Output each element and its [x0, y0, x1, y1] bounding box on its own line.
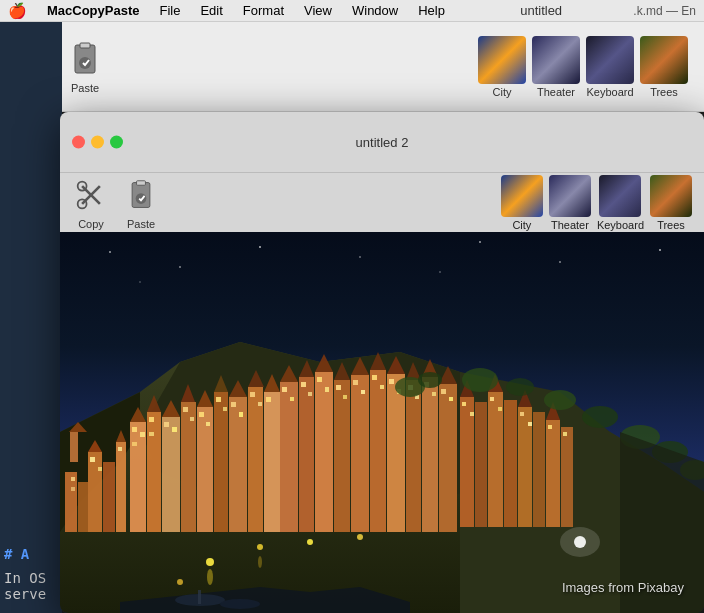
fg-thumb-theater[interactable]: Theater: [549, 175, 591, 231]
svg-point-21: [659, 249, 661, 251]
svg-point-144: [220, 599, 260, 609]
svg-rect-94: [282, 387, 287, 392]
svg-rect-76: [315, 372, 333, 532]
svg-rect-100: [336, 385, 341, 390]
left-code-panel: # A In OS serve: [0, 22, 62, 613]
svg-rect-57: [132, 442, 137, 446]
left-code-text: # A In OS serve: [0, 542, 62, 606]
svg-point-148: [462, 368, 498, 392]
fg-trees-image: [650, 175, 692, 217]
fg-window: untitled 2 Copy: [60, 112, 704, 613]
maximize-button[interactable]: [110, 136, 123, 149]
bg-keyboard-label: Keyboard: [586, 86, 633, 98]
svg-rect-67: [216, 397, 221, 402]
menubar-edit[interactable]: Edit: [196, 3, 226, 18]
menubar-right: .k.md — En: [633, 4, 696, 18]
minimize-button[interactable]: [91, 136, 104, 149]
window-controls: [72, 136, 123, 149]
menubar-app-name[interactable]: MacCopyPaste: [43, 3, 143, 18]
fg-paste-button[interactable]: Paste: [122, 176, 160, 230]
svg-point-140: [258, 556, 262, 568]
fg-trees-label: Trees: [657, 219, 685, 231]
svg-rect-121: [561, 427, 573, 527]
image-credit: Images from Pixabay: [562, 580, 684, 595]
menubar-window[interactable]: Window: [348, 3, 402, 18]
apple-menu[interactable]: 🍎: [8, 2, 27, 20]
svg-rect-119: [533, 412, 545, 527]
svg-point-134: [206, 558, 214, 566]
fg-city-label: City: [512, 219, 531, 231]
bg-keyboard-image: [586, 36, 634, 84]
svg-point-149: [506, 378, 534, 396]
menubar-format[interactable]: Format: [239, 3, 288, 18]
svg-rect-126: [462, 402, 466, 406]
svg-rect-101: [343, 395, 347, 399]
fg-thumb-trees[interactable]: Trees: [650, 175, 692, 231]
bg-thumb-theater[interactable]: Theater: [532, 36, 580, 98]
close-button[interactable]: [72, 136, 85, 149]
svg-point-22: [139, 281, 141, 283]
menubar-view[interactable]: View: [300, 3, 336, 18]
bg-paste-button[interactable]: Paste: [66, 40, 104, 94]
fg-thumb-keyboard[interactable]: Keyboard: [597, 175, 644, 231]
svg-rect-29: [71, 487, 75, 491]
svg-rect-98: [317, 377, 322, 382]
svg-point-137: [177, 579, 183, 585]
svg-rect-46: [264, 392, 280, 532]
svg-rect-60: [149, 432, 154, 436]
svg-rect-145: [198, 590, 201, 604]
svg-rect-38: [130, 422, 146, 532]
bg-trees-label: Trees: [650, 86, 678, 98]
svg-rect-133: [563, 432, 567, 436]
svg-rect-83: [439, 384, 457, 532]
svg-point-6: [79, 57, 91, 69]
svg-rect-65: [199, 412, 204, 417]
svg-rect-79: [370, 370, 386, 532]
fg-copy-button[interactable]: Copy: [72, 176, 110, 230]
svg-point-138: [357, 534, 363, 540]
bg-city-image: [478, 36, 526, 84]
svg-rect-104: [372, 375, 377, 380]
svg-rect-130: [520, 412, 524, 416]
svg-rect-97: [308, 392, 312, 396]
bg-thumb-trees[interactable]: Trees: [640, 36, 688, 98]
svg-point-135: [257, 544, 263, 550]
svg-rect-103: [361, 390, 365, 394]
fg-paste-label: Paste: [127, 218, 155, 230]
paste-icon: [66, 40, 104, 78]
svg-rect-66: [206, 422, 210, 426]
fg-keyboard-label: Keyboard: [597, 219, 644, 231]
svg-rect-78: [351, 375, 369, 532]
svg-point-18: [359, 256, 361, 258]
bg-thumbnails: City Theater Keyboard Trees: [478, 36, 688, 98]
svg-rect-42: [197, 407, 213, 532]
svg-rect-105: [380, 385, 384, 389]
svg-point-15: [109, 251, 111, 253]
svg-rect-114: [460, 397, 474, 527]
fg-theater-image: [549, 175, 591, 217]
svg-rect-70: [239, 412, 243, 417]
svg-point-17: [259, 246, 261, 248]
bg-thumb-city[interactable]: City: [478, 36, 526, 98]
bg-thumb-keyboard[interactable]: Keyboard: [586, 36, 634, 98]
fg-theater-label: Theater: [551, 219, 589, 231]
svg-rect-82: [422, 377, 438, 532]
menubar: 🍎 MacCopyPaste File Edit Format View Win…: [0, 0, 704, 22]
bg-city-label: City: [493, 86, 512, 98]
svg-point-19: [479, 241, 481, 243]
fg-thumb-city[interactable]: City: [501, 175, 543, 231]
menubar-help[interactable]: Help: [414, 3, 449, 18]
fg-paste-icon: [122, 176, 160, 214]
svg-rect-30: [88, 452, 102, 532]
menubar-title: untitled: [461, 3, 621, 18]
svg-rect-5: [80, 43, 90, 48]
svg-rect-26: [70, 432, 78, 462]
svg-point-142: [560, 527, 600, 557]
svg-rect-73: [266, 397, 271, 402]
svg-point-150: [544, 390, 576, 410]
svg-rect-95: [290, 397, 294, 401]
menubar-file[interactable]: File: [155, 3, 184, 18]
menubar-right-info: .k.md — En: [633, 4, 696, 18]
svg-rect-115: [475, 402, 487, 527]
svg-rect-132: [548, 425, 552, 429]
